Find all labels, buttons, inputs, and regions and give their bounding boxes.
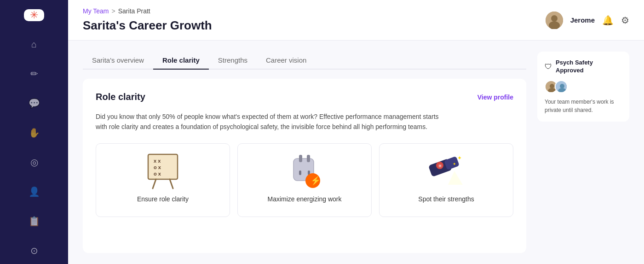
content-area: Sarita's overview Role clarity Strengths… bbox=[68, 41, 644, 264]
notification-bell-icon[interactable]: 🔔 bbox=[602, 15, 614, 26]
edit-icon: ✏ bbox=[30, 68, 38, 79]
view-profile-link[interactable]: View profile bbox=[477, 94, 513, 101]
shield-icon: 🛡 bbox=[545, 63, 552, 71]
sidebar-item-hand[interactable]: ✋ bbox=[24, 123, 44, 143]
sidebar-navigation: ⌂ ✏ 💬 ✋ ◎ 👤 📋 ⊙ ▦ bbox=[0, 34, 68, 264]
tab-bar: Sarita's overview Role clarity Strengths… bbox=[83, 52, 526, 70]
main-content: My Team > Sarita Pratt Sarita's Career G… bbox=[68, 0, 644, 264]
svg-text:o  x: o x bbox=[154, 164, 161, 170]
sidebar-item-settings-circle[interactable]: ⊙ bbox=[24, 241, 44, 261]
feature-cards: x x o x o x Ensure role clarity bbox=[96, 143, 513, 217]
right-panel: 🛡 Psych Safety Approved bbox=[537, 52, 629, 253]
psych-safety-description: Your team member's work is private until… bbox=[545, 98, 622, 114]
my-team-link[interactable]: My Team bbox=[83, 7, 109, 15]
spotlight-svg: ✦ ✦ ✳ bbox=[428, 153, 465, 189]
breadcrumb: My Team > Sarita Pratt Sarita's Career G… bbox=[83, 7, 212, 33]
svg-text:o  x: o x bbox=[154, 171, 161, 176]
feature-label-role-clarity: Ensure role clarity bbox=[137, 195, 189, 203]
spotlight-icon: ✦ ✦ ✳ bbox=[428, 153, 465, 190]
svg-marker-18 bbox=[448, 171, 463, 185]
user-name: Jerome bbox=[570, 16, 595, 24]
person-icon: 👤 bbox=[29, 186, 40, 197]
feature-card-strengths[interactable]: ✦ ✦ ✳ Spot their strengths bbox=[379, 143, 513, 217]
svg-text:✦: ✦ bbox=[453, 162, 456, 166]
settings-circle-icon: ⊙ bbox=[30, 245, 38, 256]
app-logo-icon: ✳ bbox=[30, 9, 38, 21]
sidebar-item-edit[interactable]: ✏ bbox=[24, 64, 44, 84]
header-right: Jerome 🔔 ⚙ bbox=[546, 12, 629, 29]
svg-line-8 bbox=[170, 179, 173, 188]
svg-text:⚡: ⚡ bbox=[310, 176, 321, 186]
tab-strengths[interactable]: Strengths bbox=[209, 52, 257, 70]
svg-rect-10 bbox=[299, 155, 302, 162]
sidebar-logo[interactable]: ✳ bbox=[24, 9, 44, 21]
settings-gear-icon[interactable]: ⚙ bbox=[621, 15, 629, 26]
page-header: My Team > Sarita Pratt Sarita's Career G… bbox=[68, 0, 644, 41]
tab-career-vision[interactable]: Career vision bbox=[257, 52, 316, 70]
card-title: Role clarity bbox=[96, 92, 145, 102]
breadcrumb-separator: > bbox=[112, 7, 115, 15]
hand-icon: ✋ bbox=[29, 127, 40, 138]
svg-text:x  x: x x bbox=[154, 158, 161, 164]
plug-svg: ⚡ bbox=[286, 153, 323, 190]
feature-label-energizing-work: Maximize energizing work bbox=[267, 195, 341, 203]
feature-card-role-clarity[interactable]: x x o x o x Ensure role clarity bbox=[96, 143, 230, 217]
tab-saritas-overview[interactable]: Sarita's overview bbox=[83, 52, 153, 70]
tab-role-clarity[interactable]: Role clarity bbox=[153, 52, 209, 70]
role-clarity-card: Role clarity View profile Did you know t… bbox=[83, 79, 526, 253]
strategy-board-svg: x x o x o x bbox=[144, 153, 181, 189]
clipboard-icon: 📋 bbox=[29, 216, 40, 227]
breadcrumb-nav: My Team > Sarita Pratt bbox=[83, 7, 212, 15]
home-icon: ⌂ bbox=[31, 39, 37, 50]
sidebar-item-chat[interactable]: 💬 bbox=[24, 93, 44, 113]
plug-icon: ⚡ bbox=[286, 153, 323, 190]
avatar bbox=[546, 12, 563, 29]
psych-safety-header: 🛡 Psych Safety Approved bbox=[545, 59, 622, 75]
svg-text:✦: ✦ bbox=[457, 155, 462, 161]
team-avatar-2 bbox=[555, 80, 568, 93]
target-icon: ◎ bbox=[30, 157, 38, 168]
team-avatars bbox=[545, 80, 622, 93]
chat-icon: 💬 bbox=[29, 98, 40, 109]
svg-point-27 bbox=[560, 84, 564, 88]
svg-point-1 bbox=[551, 15, 558, 22]
sidebar-item-person[interactable]: 👤 bbox=[24, 182, 44, 202]
page-title: Sarita's Career Growth bbox=[83, 18, 212, 33]
sidebar-item-target[interactable]: ◎ bbox=[24, 152, 44, 172]
svg-point-24 bbox=[550, 84, 554, 88]
svg-rect-3 bbox=[148, 154, 178, 179]
sidebar-item-clipboard[interactable]: 📋 bbox=[24, 211, 44, 231]
sidebar-item-home[interactable]: ⌂ bbox=[24, 34, 44, 54]
feature-card-energizing-work[interactable]: ⚡ Maximize energizing work bbox=[237, 143, 372, 217]
psych-safety-title: Psych Safety Approved bbox=[556, 59, 622, 75]
card-header: Role clarity View profile bbox=[96, 92, 513, 102]
svg-text:✳: ✳ bbox=[438, 163, 442, 169]
strategy-board-icon: x x o x o x bbox=[144, 153, 181, 190]
feature-label-strengths: Spot their strengths bbox=[418, 195, 474, 203]
svg-rect-12 bbox=[299, 170, 301, 175]
sidebar: ✳ ⌂ ✏ 💬 ✋ ◎ 👤 📋 ⊙ ▦ bbox=[0, 0, 68, 264]
breadcrumb-current-page: Sarita Pratt bbox=[118, 7, 150, 15]
main-panel: Sarita's overview Role clarity Strengths… bbox=[83, 52, 526, 253]
user-avatar-img bbox=[546, 12, 563, 29]
psych-safety-card: 🛡 Psych Safety Approved bbox=[537, 52, 629, 122]
card-description: Did you know that only 50% of people kno… bbox=[96, 111, 441, 132]
svg-line-7 bbox=[153, 179, 156, 188]
svg-rect-11 bbox=[307, 155, 310, 162]
